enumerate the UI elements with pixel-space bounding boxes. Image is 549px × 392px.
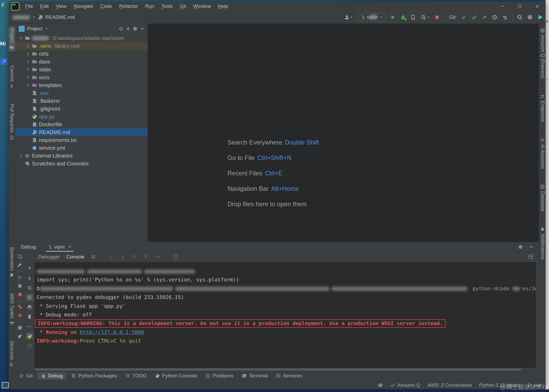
chevron-down-icon[interactable] xyxy=(18,36,23,41)
chevron-right-icon[interactable] xyxy=(25,44,30,48)
menu-edit[interactable]: Edit xyxy=(40,3,49,9)
toolwindow-tab-debug[interactable]: Debug xyxy=(38,372,66,380)
chevron-right-icon[interactable] xyxy=(25,59,30,64)
layout-options-icon[interactable] xyxy=(91,254,96,260)
debug-button[interactable] xyxy=(400,14,406,20)
tab-debugger[interactable]: Debugger xyxy=(38,254,60,260)
scroll-to-end-icon[interactable] xyxy=(26,294,33,301)
tab-console[interactable]: Console xyxy=(66,254,84,260)
toolwindow-tab-services[interactable]: Services xyxy=(273,372,306,380)
tree-item-app-py[interactable]: app.py xyxy=(15,113,148,120)
tree-item-daos[interactable]: daos xyxy=(15,58,148,66)
stop-icon[interactable] xyxy=(17,292,22,297)
chevron-right-icon[interactable] xyxy=(25,83,30,88)
step-out-icon[interactable] xyxy=(143,254,148,260)
git-push-button[interactable] xyxy=(482,14,487,20)
tree-item-env[interactable]: .env xyxy=(15,89,148,97)
desktop-shortcut-icon[interactable]: ↗ xyxy=(1,58,8,65)
python-console-icon[interactable] xyxy=(26,332,33,340)
horizontal-scrollbar[interactable] xyxy=(35,368,521,371)
ai-assistant-button[interactable] xyxy=(537,14,544,20)
debug-session-tab[interactable]: viper ✕ xyxy=(46,242,73,252)
tool-button-ai-assistant[interactable]: @AI Assistant xyxy=(539,136,546,171)
search-everywhere-button[interactable] xyxy=(517,14,523,20)
status-amazon-q[interactable]: Amazon Q xyxy=(390,382,420,388)
hide-panel-icon[interactable] xyxy=(529,245,534,249)
view-breakpoints-icon[interactable] xyxy=(17,304,22,309)
settings-icon[interactable] xyxy=(17,325,22,330)
menu-code[interactable]: Code xyxy=(100,3,112,9)
resume-icon[interactable] xyxy=(17,275,22,280)
menu-run[interactable]: Run xyxy=(145,3,154,9)
tree-item-venv[interactable]: .venvlibrary root xyxy=(15,42,148,50)
smart-step-into-icon[interactable] xyxy=(132,254,137,260)
toolwindow-tab-problems[interactable]: Problems xyxy=(202,372,237,380)
tree-item-requirements-txt[interactable]: requirements.txt xyxy=(15,136,148,144)
tree-item-svcs[interactable]: svcs xyxy=(15,73,148,81)
chevron-right-icon[interactable] xyxy=(25,75,30,80)
tool-button-pull-requests[interactable]: Pull Requests xyxy=(9,102,15,142)
debug-console-output[interactable]: import sys; print('Python %s on %s' % (s… xyxy=(35,262,536,368)
skip-icon[interactable] xyxy=(26,323,33,330)
project-panel-title[interactable]: Project xyxy=(27,26,42,32)
tool-button-structure[interactable]: Structure xyxy=(9,339,15,368)
editor-area[interactable]: Search EverywhereDouble ShiftGo to FileC… xyxy=(148,24,539,242)
tree-item-readme-md[interactable]: MDREADME.md xyxy=(15,128,148,136)
tree-item-dockerfile[interactable]: DDockerfile xyxy=(15,120,148,128)
history-icon[interactable] xyxy=(26,342,33,349)
status-aws-connections[interactable]: AWS: 2 Connections xyxy=(427,382,472,388)
menu-navigate[interactable]: Navigate xyxy=(73,3,93,9)
tree-item-scratches-and-consoles[interactable]: Scratches and Consoles xyxy=(15,160,148,168)
user-account-button[interactable] xyxy=(344,15,353,20)
profiler-button[interactable] xyxy=(410,14,416,20)
history-button[interactable] xyxy=(492,14,497,20)
settings-button[interactable] xyxy=(527,14,533,20)
tree-item-flaskenv[interactable]: .flaskenv xyxy=(15,97,148,105)
hide-panel-icon[interactable] xyxy=(140,26,145,31)
inlay-hints-toggle[interactable] xyxy=(378,383,383,388)
caret-down-icon[interactable] xyxy=(45,27,48,31)
run-with-coverage-button[interactable] xyxy=(421,14,430,20)
tool-button-notifications[interactable]: Notifications xyxy=(539,225,546,261)
tree-item-ctrls[interactable]: ctrls xyxy=(15,50,148,58)
tool-button-bookmarks[interactable]: Bookmarks xyxy=(9,245,15,279)
locate-file-icon[interactable] xyxy=(119,26,123,31)
stop-button[interactable] xyxy=(434,15,440,20)
tool-button-endpoints[interactable]: Endpoints xyxy=(539,92,546,124)
chevron-right-icon[interactable] xyxy=(25,67,30,72)
step-into-icon[interactable] xyxy=(120,254,125,260)
tree-item-templates[interactable]: templates xyxy=(15,81,148,89)
rerun-icon[interactable] xyxy=(17,254,22,259)
chevron-right-icon[interactable] xyxy=(25,51,30,56)
mute-breakpoints-icon[interactable] xyxy=(17,313,22,318)
git-commit-button[interactable] xyxy=(471,14,477,20)
project-name-blurred[interactable] xyxy=(12,15,30,20)
pause-icon[interactable] xyxy=(17,283,22,289)
console-link[interactable]: http://127.0.0.1:5000 xyxy=(79,329,144,335)
debug-settings-icon[interactable] xyxy=(17,262,22,268)
gear-icon[interactable] xyxy=(518,245,523,249)
collapse-all-icon[interactable] xyxy=(126,26,130,31)
print-icon[interactable] xyxy=(26,303,33,311)
git-update-button[interactable] xyxy=(461,14,467,20)
menu-window[interactable]: Window xyxy=(193,3,211,9)
restore-layout-icon[interactable] xyxy=(528,254,533,260)
tree-item-external-libraries[interactable]: External Libraries xyxy=(15,152,148,160)
run-to-cursor-icon[interactable] xyxy=(155,254,160,260)
toolwindow-tab-terminal[interactable]: Terminal xyxy=(238,372,271,380)
chevron-right-icon[interactable] xyxy=(18,153,23,158)
step-over-icon[interactable] xyxy=(109,254,114,260)
soft-wrap-icon[interactable] xyxy=(26,284,33,291)
clear-console-icon[interactable] xyxy=(26,313,33,320)
down-stack-icon[interactable] xyxy=(26,274,33,282)
tool-button-database[interactable]: Database xyxy=(539,183,546,213)
run-configuration-select[interactable]: viper xyxy=(358,13,386,21)
tree-item-project-root[interactable]: D:\workspace\elastic-way\viper xyxy=(15,34,148,42)
tool-button-commit[interactable]: Commit xyxy=(9,64,15,90)
close-session-icon[interactable]: ✕ xyxy=(68,244,72,250)
tool-button-project[interactable]: Project xyxy=(9,26,15,51)
breadcrumb-file[interactable]: README.md xyxy=(45,14,75,20)
rollback-button[interactable] xyxy=(502,14,508,20)
tree-item-gitignore[interactable]: .gitignore xyxy=(15,105,148,113)
evaluate-expression-icon[interactable] xyxy=(173,254,178,260)
